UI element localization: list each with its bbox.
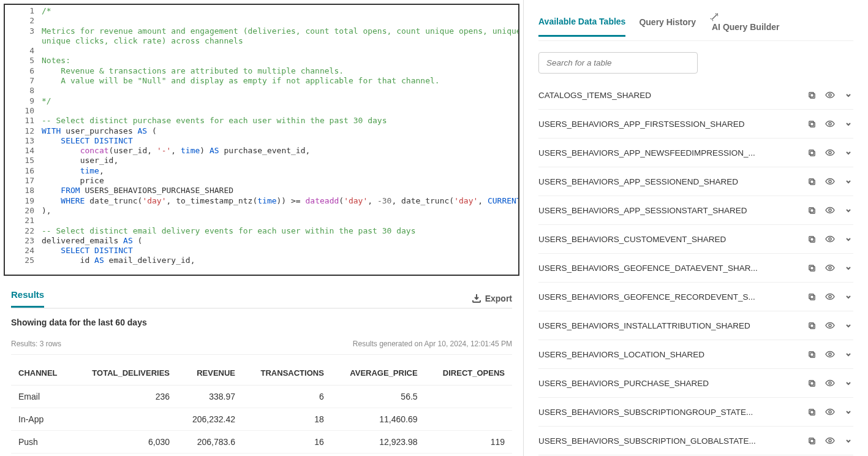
table-name-label: USERS_BEHAVIORS_APP_FIRSTSESSION_SHARED — [538, 120, 807, 129]
table-name-label: USERS_BEHAVIORS_APP_SESSIONSTART_SHARED — [538, 206, 807, 215]
eye-icon[interactable] — [825, 292, 835, 302]
copy-icon[interactable] — [807, 292, 817, 302]
tab-ai-query-builder[interactable]: AI Query Builder — [709, 12, 779, 40]
copy-icon[interactable] — [807, 378, 817, 388]
chevron-down-icon[interactable] — [843, 234, 853, 244]
copy-icon[interactable] — [807, 263, 817, 273]
eye-icon[interactable] — [825, 234, 835, 244]
copy-icon[interactable] — [807, 321, 817, 330]
table-name-label: CATALOGS_ITEMS_SHARED — [538, 91, 807, 100]
svg-point-12 — [829, 180, 831, 183]
table-item[interactable]: USERS_BEHAVIORS_CUSTOMEVENT_SHARED — [538, 225, 853, 254]
chevron-down-icon[interactable] — [843, 119, 853, 129]
svg-rect-38 — [809, 438, 813, 443]
table-item[interactable]: USERS_BEHAVIORS_APP_SESSIONSTART_SHARED — [538, 196, 853, 225]
code-lines[interactable]: /*Metrics for revenue amount and engagem… — [39, 5, 519, 267]
copy-icon[interactable] — [807, 148, 817, 158]
eye-icon[interactable] — [825, 148, 835, 158]
svg-rect-35 — [809, 409, 813, 414]
chevron-down-icon[interactable] — [843, 263, 853, 273]
results-tab[interactable]: Results — [11, 289, 44, 308]
export-button[interactable]: Export — [472, 294, 512, 303]
sql-editor[interactable]: 1234567891011121314151617181920212223242… — [4, 4, 519, 276]
table-name-label: USERS_BEHAVIORS_SUBSCRIPTIONGROUP_STATE.… — [538, 408, 807, 417]
table-item[interactable]: USERS_BEHAVIORS_INSTALLATTRIBUTION_SHARE… — [538, 311, 853, 340]
table-item[interactable]: USERS_BEHAVIORS_LOCATION_SHARED — [538, 340, 853, 369]
table-list: CATALOGS_ITEMS_SHAREDUSERS_BEHAVIORS_APP… — [538, 81, 853, 455]
table-item[interactable]: CATALOGS_ITEMS_SHARED — [538, 81, 853, 110]
table-row: Push6,030206,783.61612,923.98119 — [11, 431, 512, 454]
chevron-down-icon[interactable] — [843, 292, 853, 302]
copy-icon[interactable] — [807, 349, 817, 359]
chevron-down-icon[interactable] — [843, 177, 853, 186]
table-name-label: USERS_BEHAVIORS_SUBSCRIPTION_GLOBALSTATE… — [538, 436, 807, 446]
chevron-down-icon[interactable] — [843, 321, 853, 330]
chevron-down-icon[interactable] — [843, 90, 853, 100]
results-table: CHANNELTOTAL_DELIVERIESREVENUETRANSACTIO… — [11, 363, 512, 454]
svg-rect-16 — [810, 237, 815, 242]
copy-icon[interactable] — [807, 177, 817, 186]
svg-rect-22 — [810, 295, 815, 300]
col-transactions: TRANSACTIONS — [243, 363, 331, 386]
table-item[interactable]: USERS_BEHAVIORS_SUBSCRIPTIONGROUP_STATE.… — [538, 398, 853, 427]
chevron-down-icon[interactable] — [843, 407, 853, 417]
copy-icon[interactable] — [807, 205, 817, 215]
table-item[interactable]: USERS_BEHAVIORS_APP_SESSIONEND_SHARED — [538, 167, 853, 196]
copy-icon[interactable] — [807, 436, 817, 446]
svg-point-30 — [829, 353, 831, 355]
svg-rect-14 — [809, 207, 813, 212]
table-name-label: USERS_BEHAVIORS_CUSTOMEVENT_SHARED — [538, 235, 807, 244]
copy-icon[interactable] — [807, 119, 817, 129]
svg-point-0 — [717, 14, 718, 15]
chevron-down-icon[interactable] — [843, 378, 853, 388]
eye-icon[interactable] — [825, 205, 835, 215]
svg-rect-20 — [809, 265, 813, 270]
svg-rect-28 — [810, 352, 815, 357]
eye-icon[interactable] — [825, 436, 835, 446]
eye-icon[interactable] — [825, 321, 835, 330]
svg-point-39 — [829, 439, 831, 442]
eye-icon[interactable] — [825, 378, 835, 388]
chevron-down-icon[interactable] — [843, 205, 853, 215]
table-item[interactable]: USERS_BEHAVIORS_PURCHASE_SHARED — [538, 369, 853, 398]
svg-point-24 — [829, 295, 831, 298]
svg-rect-34 — [810, 410, 815, 415]
svg-point-3 — [829, 94, 831, 96]
svg-rect-4 — [810, 122, 815, 127]
svg-rect-19 — [810, 266, 815, 271]
chevron-down-icon[interactable] — [843, 349, 853, 359]
table-item[interactable]: USERS_BEHAVIORS_APP_NEWSFEEDIMPRESSION_.… — [538, 139, 853, 167]
table-item[interactable]: USERS_BEHAVIORS_GEOFENCE_DATAEVENT_SHAR.… — [538, 254, 853, 283]
svg-rect-5 — [809, 121, 813, 126]
table-name-label: USERS_BEHAVIORS_APP_SESSIONEND_SHARED — [538, 177, 807, 186]
tab-query-history[interactable]: Query History — [639, 17, 696, 36]
eye-icon[interactable] — [825, 119, 835, 129]
svg-rect-17 — [809, 236, 813, 241]
chevron-down-icon[interactable] — [843, 148, 853, 158]
sidebar-tabs: Available Data Tables Query History AI Q… — [538, 12, 853, 41]
copy-icon[interactable] — [807, 407, 817, 417]
sidebar-panel: Available Data Tables Query History AI Q… — [524, 0, 868, 456]
svg-rect-7 — [810, 151, 815, 156]
eye-icon[interactable] — [825, 177, 835, 186]
svg-point-15 — [829, 209, 831, 211]
table-row: In-App206,232.421811,460.69 — [11, 408, 512, 431]
table-name-label: USERS_BEHAVIORS_GEOFENCE_DATAEVENT_SHAR.… — [538, 264, 807, 273]
copy-icon[interactable] — [807, 90, 817, 100]
svg-point-33 — [829, 382, 831, 384]
copy-icon[interactable] — [807, 234, 817, 244]
table-item[interactable]: USERS_BEHAVIORS_GEOFENCE_RECORDEVENT_S..… — [538, 283, 853, 311]
tab-available-tables[interactable]: Available Data Tables — [538, 17, 625, 37]
table-search-input[interactable] — [538, 52, 698, 74]
table-item[interactable]: USERS_BEHAVIORS_APP_FIRSTSESSION_SHARED — [538, 110, 853, 139]
eye-icon[interactable] — [825, 349, 835, 359]
eye-icon[interactable] — [825, 90, 835, 100]
eye-icon[interactable] — [825, 263, 835, 273]
table-name-label: USERS_BEHAVIORS_GEOFENCE_RECORDEVENT_S..… — [538, 292, 807, 302]
table-item[interactable]: USERS_BEHAVIORS_SUBSCRIPTION_GLOBALSTATE… — [538, 427, 853, 455]
svg-point-18 — [829, 238, 831, 240]
eye-icon[interactable] — [825, 407, 835, 417]
svg-point-9 — [829, 151, 831, 154]
chevron-down-icon[interactable] — [843, 436, 853, 446]
col-channel: CHANNEL — [11, 363, 72, 386]
